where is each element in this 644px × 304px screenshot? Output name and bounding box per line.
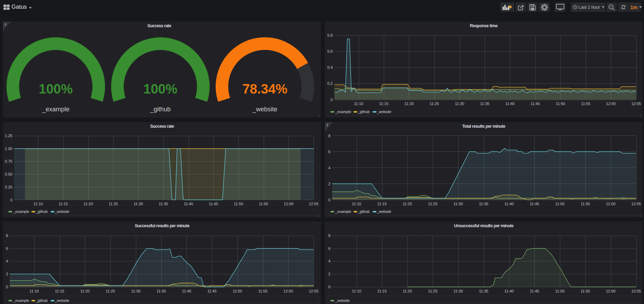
svg-text:_website: _website (376, 209, 391, 214)
svg-text:11:40: 11:40 (504, 202, 514, 206)
svg-text:12:05: 12:05 (631, 289, 641, 293)
svg-text:4: 4 (6, 259, 8, 263)
svg-text:1.25: 1.25 (5, 134, 12, 138)
svg-text:11:50: 11:50 (233, 289, 242, 293)
svg-text:11:45: 11:45 (530, 289, 539, 293)
svg-text:11:40: 11:40 (505, 102, 515, 106)
svg-text:11:25: 11:25 (106, 289, 115, 293)
svg-text:11:30: 11:30 (454, 202, 463, 206)
svg-text:11:30: 11:30 (131, 289, 140, 293)
svg-text:78.34%: 78.34% (242, 82, 287, 96)
svg-text:12:00: 12:00 (606, 202, 616, 206)
svg-text:1.00: 1.00 (5, 147, 12, 151)
svg-text:_example: _example (42, 106, 69, 113)
svg-text:8: 8 (328, 134, 330, 138)
svg-text:11:15: 11:15 (59, 202, 68, 206)
svg-text:_example: _example (13, 298, 29, 303)
svg-text:11:30: 11:30 (454, 289, 463, 293)
svg-text:12:00: 12:00 (606, 102, 616, 106)
svg-text:11:55: 11:55 (259, 202, 268, 206)
svg-text:_github: _github (35, 209, 48, 214)
svg-text:0.25: 0.25 (5, 185, 12, 189)
svg-text:4: 4 (328, 166, 330, 170)
svg-text:11:15: 11:15 (377, 202, 387, 206)
svg-text:11:25: 11:25 (430, 102, 439, 106)
svg-text:11:20: 11:20 (403, 202, 412, 206)
svg-text:0: 0 (10, 198, 12, 202)
svg-text:11:15: 11:15 (379, 102, 389, 106)
svg-text:11:45: 11:45 (530, 202, 539, 206)
svg-text:_example: _example (335, 209, 351, 214)
svg-text:_website: _website (376, 110, 391, 114)
svg-text:11:10: 11:10 (354, 102, 364, 106)
svg-text:0.50: 0.50 (5, 172, 12, 176)
svg-text:8: 8 (6, 233, 8, 238)
svg-text:12:05: 12:05 (631, 202, 641, 206)
svg-text:_github: _github (357, 209, 370, 214)
svg-text:11:50: 11:50 (555, 289, 565, 293)
svg-text:11:25: 11:25 (428, 202, 438, 206)
svg-text:11:55: 11:55 (581, 289, 590, 293)
svg-text:Success rate: Success rate (150, 124, 174, 129)
svg-text:0.6: 0.6 (327, 49, 332, 53)
svg-text:6: 6 (328, 246, 330, 251)
svg-text:_website: _website (54, 298, 69, 303)
svg-text:_website: _website (252, 106, 277, 113)
svg-text:_github: _github (357, 110, 370, 114)
svg-text:11:30: 11:30 (455, 102, 464, 106)
svg-text:Successful results per minute: Successful results per minute (135, 223, 190, 228)
svg-text:6: 6 (328, 150, 330, 154)
svg-text:0: 0 (6, 285, 8, 289)
svg-text:11:45: 11:45 (209, 202, 218, 206)
svg-text:11:50: 11:50 (556, 102, 565, 106)
svg-text:11:55: 11:55 (581, 102, 591, 106)
svg-text:12:00: 12:00 (606, 289, 616, 293)
svg-text:11:20: 11:20 (83, 202, 93, 206)
svg-text:11:50: 11:50 (234, 202, 243, 206)
svg-text:12:05: 12:05 (309, 289, 319, 293)
svg-text:100%: 100% (144, 82, 177, 96)
svg-text:0.8: 0.8 (327, 33, 332, 37)
svg-text:0.4: 0.4 (327, 65, 332, 69)
svg-text:11:25: 11:25 (109, 202, 118, 206)
svg-text:_example: _example (13, 209, 29, 214)
svg-text:11:35: 11:35 (156, 289, 166, 293)
svg-text:Success rate: Success rate (147, 23, 171, 28)
svg-text:2: 2 (328, 182, 330, 186)
svg-text:8: 8 (328, 233, 330, 238)
svg-text:11:25: 11:25 (428, 289, 438, 293)
svg-text:_website: _website (54, 209, 69, 214)
svg-text:_website: _website (335, 298, 350, 303)
svg-text:_example: _example (335, 110, 351, 114)
svg-text:11:10: 11:10 (34, 202, 43, 206)
svg-text:11:35: 11:35 (479, 202, 488, 206)
svg-text:11:40: 11:40 (504, 289, 514, 293)
svg-text:_github: _github (150, 106, 171, 113)
svg-text:11:20: 11:20 (404, 102, 414, 106)
svg-text:12:05: 12:05 (631, 102, 641, 106)
svg-text:2: 2 (6, 272, 8, 276)
svg-text:11:50: 11:50 (555, 202, 565, 206)
svg-text:11:45: 11:45 (207, 289, 217, 293)
svg-text:11:55: 11:55 (581, 202, 590, 206)
svg-text:11:20: 11:20 (403, 289, 412, 293)
svg-text:11:15: 11:15 (377, 289, 387, 293)
svg-text:Unsuccessful results per minut: Unsuccessful results per minute (454, 223, 514, 228)
svg-text:12:00: 12:00 (284, 289, 293, 293)
svg-text:12:00: 12:00 (284, 202, 294, 206)
svg-text:Total results per minute: Total results per minute (462, 124, 505, 129)
svg-text:11:35: 11:35 (159, 202, 168, 206)
svg-text:11:40: 11:40 (182, 289, 191, 293)
svg-text:Response time: Response time (470, 23, 498, 28)
svg-text:11:30: 11:30 (134, 202, 143, 206)
svg-text:11:20: 11:20 (80, 289, 90, 293)
svg-text:100%: 100% (39, 82, 73, 96)
svg-text:11:45: 11:45 (530, 102, 540, 106)
svg-text:6: 6 (6, 246, 8, 251)
svg-text:0: 0 (328, 198, 330, 202)
svg-text:0.2: 0.2 (327, 81, 332, 86)
svg-text:11:55: 11:55 (258, 289, 268, 293)
svg-text:_github: _github (35, 298, 48, 303)
svg-text:11:10: 11:10 (29, 289, 39, 293)
svg-text:11:35: 11:35 (480, 102, 490, 106)
